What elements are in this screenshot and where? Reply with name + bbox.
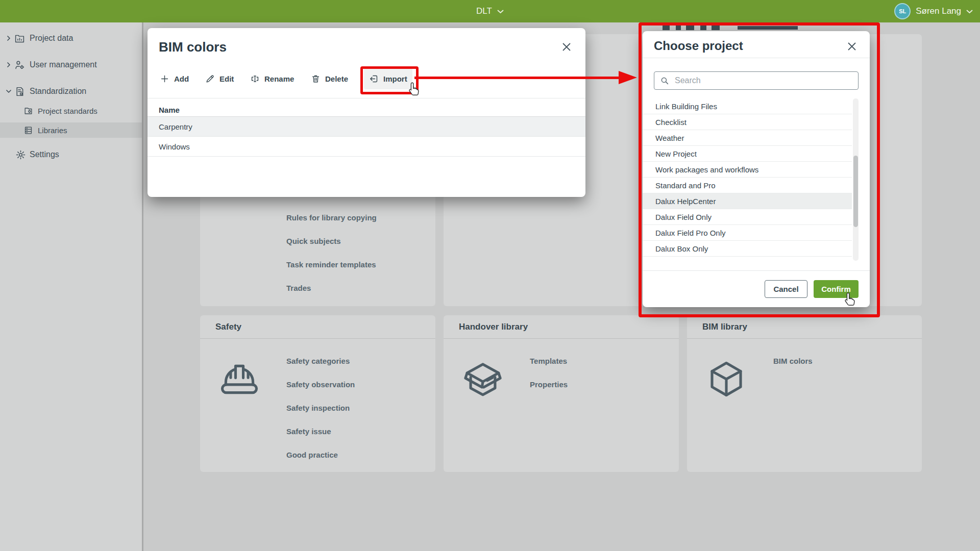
app-window: DLT SL Søren Lang Project data User mana…: [0, 0, 980, 551]
search-box: [654, 71, 859, 90]
card-link[interactable]: Rules for library copying: [286, 213, 377, 222]
project-list-item[interactable]: New Project: [643, 146, 852, 162]
card-link[interactable]: Safety issue: [286, 427, 331, 436]
add-button-label: Add: [174, 74, 189, 83]
project-list-item[interactable]: Link Building Files: [643, 98, 852, 114]
edit-button-label: Edit: [219, 74, 234, 83]
sidebar: Project data User management Standardiza…: [0, 22, 143, 551]
sidebar-item-project-standards[interactable]: Project standards: [0, 103, 142, 118]
project-standards-icon: [23, 106, 33, 116]
search-icon: [660, 76, 669, 85]
table-header-name: Name: [159, 106, 180, 114]
card-link[interactable]: BIM colors: [773, 357, 813, 365]
card-safety: Safety Safety categories Safety observat…: [200, 315, 435, 472]
chevron-down-icon: [966, 9, 973, 14]
sidebar-item-project-data[interactable]: Project data: [0, 31, 142, 46]
rename-button[interactable]: Rename: [245, 68, 299, 89]
chevron-down-icon: [497, 9, 504, 14]
rename-button-label: Rename: [264, 74, 294, 83]
bim-colors-dialog: BIM colors Add Edit Rename Delete Import…: [148, 28, 585, 197]
sidebar-item-label: Libraries: [38, 126, 67, 135]
scrollbar-track[interactable]: [853, 98, 859, 261]
sidebar-item-settings[interactable]: Settings: [0, 147, 142, 162]
hand-cursor: [407, 82, 421, 97]
plus-icon: [160, 74, 169, 84]
table-row[interactable]: Windows: [148, 137, 585, 157]
chevron-down-icon: [6, 88, 12, 94]
card-title: Handover library: [444, 315, 679, 339]
cancel-button[interactable]: Cancel: [765, 280, 807, 298]
import-icon: [369, 74, 379, 84]
close-icon[interactable]: [561, 41, 572, 53]
covered-icon-fragment: [700, 26, 706, 30]
project-list-item[interactable]: Standard and Pro: [643, 178, 852, 193]
sidebar-item-label: Settings: [30, 150, 59, 159]
project-selector-label: DLT: [476, 6, 492, 16]
card-handover-library: Handover library Templates Properties: [444, 315, 679, 472]
project-list-item[interactable]: Dalux Box Only: [643, 241, 852, 257]
import-button[interactable]: Import: [364, 68, 412, 89]
close-icon[interactable]: [846, 41, 857, 52]
libraries-icon: [23, 126, 33, 135]
card-link[interactable]: Quick subjects: [286, 237, 341, 245]
card-bim-library: BIM library BIM colors: [687, 315, 922, 472]
pencil-icon: [205, 74, 215, 84]
card-link[interactable]: Task reminder templates: [286, 260, 376, 269]
covered-text-fragment: [738, 26, 798, 30]
covered-icon-fragment: [686, 26, 694, 30]
sidebar-item-label: User management: [30, 60, 97, 69]
trash-icon: [311, 74, 321, 84]
import-button-label: Import: [383, 74, 407, 83]
dialog-title: Choose project: [654, 39, 743, 53]
project-list-item[interactable]: Checklist: [643, 114, 852, 130]
user-management-icon: [14, 60, 25, 70]
project-list-item[interactable]: Dalux Field Pro Only: [643, 225, 852, 241]
project-list-item[interactable]: Weather: [643, 130, 852, 146]
card-link[interactable]: Safety inspection: [286, 404, 350, 412]
delete-button-label: Delete: [325, 74, 348, 83]
sidebar-item-label: Project data: [30, 34, 73, 43]
rename-icon: [250, 74, 260, 84]
card-link[interactable]: Trades: [286, 284, 311, 292]
project-selector[interactable]: DLT: [0, 0, 980, 22]
gear-icon: [15, 149, 26, 160]
sidebar-item-standardization[interactable]: Standardization: [0, 84, 142, 99]
delete-button[interactable]: Delete: [306, 68, 353, 89]
choose-project-dialog: Choose project Link Building Files Check…: [643, 31, 870, 307]
card-link[interactable]: Properties: [530, 380, 568, 389]
sidebar-item-libraries[interactable]: Libraries: [0, 122, 142, 138]
project-list-item[interactable]: Work packages and workflows: [643, 162, 852, 178]
user-menu[interactable]: SL Søren Lang: [894, 0, 973, 22]
covered-icon-fragment: [712, 26, 720, 30]
hand-cursor: [843, 292, 857, 308]
card-link[interactable]: Safety categories: [286, 357, 350, 365]
annotation-arrow: [414, 77, 620, 79]
project-list-item[interactable]: Dalux Field Only: [643, 209, 852, 225]
user-name: Søren Lang: [916, 6, 961, 16]
edit-button[interactable]: Edit: [200, 68, 239, 89]
scrollbar-thumb[interactable]: [853, 156, 858, 227]
search-input[interactable]: [674, 76, 858, 86]
project-list-item-selected[interactable]: Dalux HelpCenter: [643, 193, 852, 209]
standardization-icon: [14, 86, 25, 97]
chevron-right-icon: [6, 62, 12, 68]
top-bar: DLT SL Søren Lang: [0, 0, 980, 22]
open-box-icon: [462, 358, 504, 400]
project-data-icon: [14, 33, 25, 44]
add-button[interactable]: Add: [155, 68, 194, 89]
card-link[interactable]: Safety observation: [286, 380, 355, 389]
covered-icon-fragment: [663, 26, 670, 30]
chevron-right-icon: [6, 35, 12, 41]
sidebar-item-user-management[interactable]: User management: [0, 57, 142, 72]
table-row[interactable]: Carpentry: [148, 117, 585, 137]
annotation-arrow-head: [619, 71, 637, 84]
sidebar-item-label: Project standards: [38, 107, 97, 115]
sidebar-item-label: Standardization: [30, 87, 86, 96]
covered-icon-fragment: [676, 26, 681, 30]
card-title: BIM library: [687, 315, 922, 339]
cube-icon: [705, 358, 747, 400]
card-title: Safety: [200, 315, 435, 339]
dialog-title: BIM colors: [159, 39, 227, 55]
card-link[interactable]: Good practice: [286, 450, 338, 459]
card-link[interactable]: Templates: [530, 357, 567, 365]
